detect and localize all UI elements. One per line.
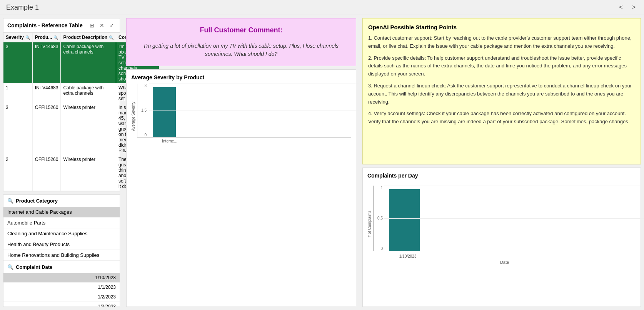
table-cell: OFFI15260 (32, 103, 61, 155)
complaints-per-day-section: Complaints per Day # of Complaints 1 0.5… (362, 168, 641, 307)
table-cell: 3 (3, 103, 32, 155)
middle-panel: Full Customer Comment: I'm getting a lot… (123, 15, 359, 310)
table-cell: 2 (3, 155, 32, 191)
col-product-desc: Product Description 🔍 (61, 33, 116, 42)
cpd-chart-wrapper: # of Complaints 1 0.5 0 (367, 182, 636, 266)
cpd-grid-mid (384, 218, 644, 219)
y-label-1-5: 1.5 (137, 108, 147, 112)
complaint-date-search-icon[interactable]: 🔍 (7, 264, 13, 270)
product-category-item[interactable]: Cleaning and Maintenance Supplies (3, 228, 120, 239)
table-cell: INTV44683 (32, 84, 61, 103)
ref-table-header: Complaints - Reference Table ⊞ ✕ ✓ (3, 18, 120, 33)
avg-severity-bar (153, 87, 176, 137)
close-icon-button[interactable]: ✕ (98, 22, 106, 29)
table-cell: Cable package with extra channels (61, 42, 116, 84)
settings-icon-button[interactable]: ⊞ (88, 22, 96, 29)
table-cell: OFFI15260 (32, 155, 61, 191)
complaint-date-filter-section: 🔍 Complaint Date 1/10/20231/1/20231/2/20… (3, 261, 120, 307)
col-severity: Severity 🔍 (3, 33, 32, 42)
complaint-date-item[interactable]: 1/1/2023 (3, 283, 120, 292)
next-button[interactable]: > (630, 3, 638, 12)
product-category-item[interactable]: Home Renovations and Building Supplies (3, 250, 120, 261)
cpd-x-axis-label: Date (373, 260, 636, 265)
desc-search-icon[interactable]: 🔍 (109, 35, 113, 40)
avg-severity-y-labels: 3 1.5 0 (137, 84, 148, 137)
cpd-y-labels: 1 0.5 0 (374, 186, 384, 251)
avg-severity-bar-inner: 3 1.5 0 (137, 84, 351, 137)
full-comment-section: Full Customer Comment: I'm getting a lot… (126, 18, 356, 66)
table-cell: Wireless printer (61, 155, 116, 191)
left-panel: Complaints - Reference Table ⊞ ✕ ✓ Sever… (0, 15, 123, 310)
complaint-date-label: Complaint Date (16, 264, 52, 270)
product-category-item[interactable]: Health and Beauty Products (3, 239, 120, 250)
filters-panel: 🔍 Product Category Internet and Cable Pa… (3, 194, 120, 307)
full-comment-title: Full Customer Comment: (134, 26, 348, 34)
avg-severity-chart-wrapper: Average Severity 3 1.5 0 (131, 84, 351, 149)
cpd-chart-title: Complaints per Day (367, 173, 636, 179)
cpd-y-axis-label: # of Complaints (367, 211, 372, 237)
product-category-item[interactable]: Internet and Cable Packages (3, 207, 120, 218)
product-category-header: 🔍 Product Category (3, 195, 120, 207)
cpd-x-labels: 1/10/2023 (373, 253, 636, 258)
ref-table-controls: ⊞ ✕ ✓ (88, 22, 116, 29)
avg-severity-x-labels: Interne... (137, 139, 351, 143)
openai-text: 1. Contact customer support: Start by re… (368, 34, 635, 126)
app-title: Example 1 (6, 3, 39, 12)
openai-paragraph: 1. Contact customer support: Start by re… (368, 34, 635, 50)
complaint-date-item[interactable]: 1/3/2023 (3, 302, 120, 307)
openai-section: OpenAI Possible Starting Points 1. Conta… (362, 18, 641, 164)
openai-paragraph: 2. Provide specific details: To help cus… (368, 54, 635, 78)
cpd-bar-label: 1/10/2023 (392, 254, 423, 258)
cpd-y-label-0-5: 0.5 (374, 216, 383, 220)
cpd-bar-inner: 1 0.5 0 (373, 186, 636, 251)
complaint-date-item[interactable]: 1/2/2023 (3, 292, 120, 302)
col-product-id: Produ... 🔍 (32, 33, 61, 42)
y-label-0: 0 (137, 133, 147, 137)
product-search-icon[interactable]: 🔍 (53, 35, 58, 40)
severity-search-icon[interactable]: 🔍 (25, 35, 30, 40)
table-cell: 3 (3, 42, 32, 84)
cpd-bar (389, 189, 420, 251)
table-cell: Cable package with extra channels (61, 84, 116, 103)
cpd-y-label-0: 0 (374, 246, 383, 251)
grid-line-top (149, 84, 359, 84)
table-cell: INTV44683 (32, 42, 61, 84)
product-category-search-icon[interactable]: 🔍 (7, 198, 13, 204)
avg-severity-section: Average Severity by Product Average Seve… (126, 69, 356, 307)
right-panel: OpenAI Possible Starting Points 1. Conta… (359, 15, 644, 310)
complaint-date-item[interactable]: 1/10/2023 (3, 273, 120, 283)
avg-severity-y-axis-label: Average Severity (131, 102, 135, 131)
table-cell: Wireless printer (61, 103, 116, 155)
cpd-grid-top (384, 186, 644, 186)
check-icon-button[interactable]: ✓ (108, 22, 116, 29)
cpd-chart-area: 1 0.5 0 1/10/2023 Date (373, 186, 636, 263)
openai-paragraph: 3. Request a channel lineup check: Ask t… (368, 82, 635, 106)
title-bar-navigation: < > (617, 3, 638, 12)
reference-table-section: Complaints - Reference Table ⊞ ✕ ✓ Sever… (3, 18, 120, 191)
product-category-filter-section: 🔍 Product Category Internet and Cable Pa… (3, 195, 120, 261)
avg-severity-bar-label: Interne... (156, 139, 183, 143)
ref-table-title: Complaints - Reference Table (7, 22, 83, 28)
product-category-item[interactable]: Automobile Parts (3, 218, 120, 228)
prev-button[interactable]: < (617, 3, 625, 12)
full-comment-text: I'm getting a lot of pixellation on my T… (134, 42, 348, 58)
complaint-date-header: 🔍 Complaint Date (3, 261, 120, 273)
product-category-list: Internet and Cable PackagesAutomobile Pa… (3, 207, 120, 261)
product-category-label: Product Category (16, 198, 58, 204)
table-cell: 1 (3, 84, 32, 103)
cpd-y-label-1: 1 (374, 186, 383, 190)
grid-line-mid (149, 111, 359, 111)
openai-paragraph: 4. Verify account settings: Check if you… (368, 110, 635, 126)
avg-severity-chart-title: Average Severity by Product (131, 74, 351, 80)
openai-title: OpenAI Possible Starting Points (368, 24, 635, 30)
y-label-3: 3 (137, 84, 147, 88)
title-bar: Example 1 < > (0, 0, 644, 15)
complaint-date-list: 1/10/20231/1/20231/2/20231/3/20231/4/202… (3, 273, 120, 307)
